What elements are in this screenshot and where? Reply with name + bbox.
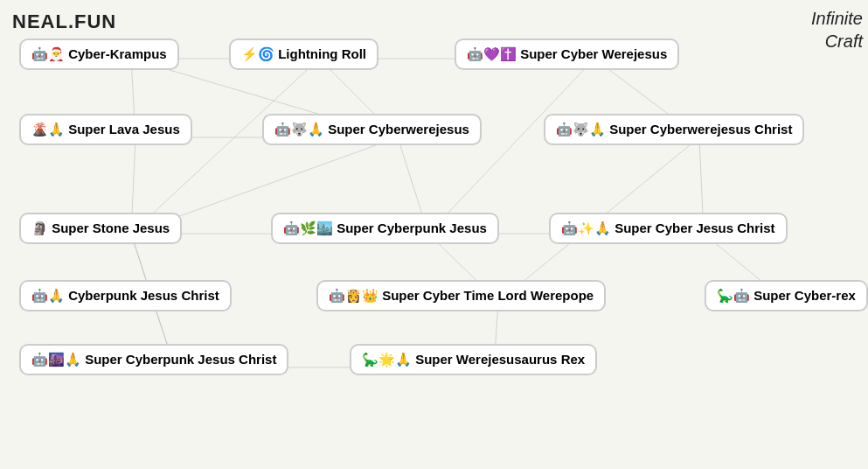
node-label-cyberpunk-jesus-christ: 🤖🙏 Cyberpunk Jesus Christ: [19, 280, 232, 312]
node-label-super-werejesusaurus-rex: 🦕🌟🙏 Super Werejesusaurus Rex: [350, 344, 597, 375]
node-label-super-cyber-werejesus: 🤖💜✝️ Super Cyber Werejesus: [455, 38, 679, 70]
node-cyberpunk-jesus-christ[interactable]: 🤖🙏 Cyberpunk Jesus ChristFirst Discovery: [19, 280, 83, 294]
node-super-cyberpunk-jesus[interactable]: 🤖🌿🏙️ Super Cyberpunk JesusFirst Discover…: [271, 213, 335, 227]
node-super-cyber-time-lord[interactable]: 🤖👸👑 Super Cyber Time Lord WerepopeFirst …: [316, 280, 380, 294]
node-super-cyber-rex[interactable]: 🦕🤖 Super Cyber-rexFirst Discovery: [705, 280, 768, 294]
node-label-super-stone-jesus: 🗿 Super Stone Jesus: [19, 213, 182, 244]
node-super-cyberpunk-jesus-christ[interactable]: 🤖🌆🙏 Super Cyberpunk Jesus ChristFirst Di…: [19, 344, 83, 358]
node-super-cyberwerejesus[interactable]: 🤖🐺🙏 Super CyberwerejesusFirst Discovery: [262, 114, 326, 128]
node-label-super-cyberwerejesus-christ: 🤖🐺🙏 Super Cyberwerejesus Christ: [544, 114, 804, 145]
node-label-super-cyberpunk-jesus-christ: 🤖🌆🙏 Super Cyberpunk Jesus Christ: [19, 344, 288, 375]
node-lightning-roll[interactable]: ⚡🌀 Lightning RollFirst Discovery: [229, 38, 293, 52]
logo: NEAL.FUN: [12, 10, 116, 33]
node-super-cyber-werejesus[interactable]: 🤖💜✝️ Super Cyber WerejesusFirst Discover…: [455, 38, 518, 52]
node-super-cyberwerejesus-christ[interactable]: 🤖🐺🙏 Super Cyberwerejesus ChristFirst Dis…: [544, 114, 608, 128]
node-label-super-cyberwerejesus: 🤖🐺🙏 Super Cyberwerejesus: [262, 114, 482, 145]
node-label-super-cyber-jesus-christ: 🤖✨🙏 Super Cyber Jesus Christ: [549, 213, 788, 244]
node-label-lightning-roll: ⚡🌀 Lightning Roll: [229, 38, 378, 70]
svg-line-19: [428, 59, 594, 234]
brand: Infinite Craft: [811, 7, 863, 52]
node-label-super-cyberpunk-jesus: 🤖🌿🏙️ Super Cyberpunk Jesus: [271, 213, 499, 244]
node-cyber-krampus[interactable]: 🤖🎅 Cyber-KrampusFirst Discovery: [19, 38, 83, 52]
node-super-lava-jesus[interactable]: 🌋🙏 Super Lava JesusFirst Discovery: [19, 114, 83, 128]
node-label-super-cyber-rex: 🦕🤖 Super Cyber-rex: [705, 280, 868, 312]
node-super-werejesusaurus-rex[interactable]: 🦕🌟🙏 Super Werejesusaurus RexFirst Discov…: [350, 344, 413, 358]
node-label-super-cyber-time-lord: 🤖👸👑 Super Cyber Time Lord Werepope: [316, 280, 606, 312]
node-label-super-lava-jesus: 🌋🙏 Super Lava Jesus: [19, 114, 192, 145]
node-label-cyber-krampus: 🤖🎅 Cyber-Krampus: [19, 38, 179, 70]
node-super-stone-jesus[interactable]: 🗿 Super Stone JesusFirst Discovery: [19, 213, 83, 227]
svg-line-18: [131, 59, 319, 234]
node-super-cyber-jesus-christ[interactable]: 🤖✨🙏 Super Cyber Jesus ChristFirst Discov…: [549, 213, 613, 227]
